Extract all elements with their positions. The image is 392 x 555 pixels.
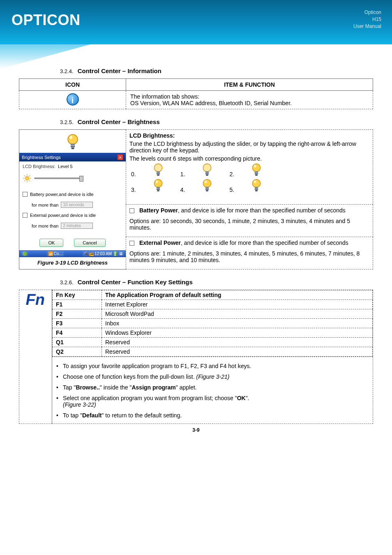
checkbox-icon — [129, 208, 134, 213]
table-row: Q1Reserved — [53, 338, 373, 347]
bullet-item: Tap "Browse.." inside the "Assign progra… — [55, 384, 369, 391]
info-col-icon: ICON — [19, 79, 126, 91]
battery-power-desc: Battery Power, and device is idle for mo… — [126, 204, 373, 237]
dialog-title: Brightness Settings — [22, 155, 61, 160]
lcd-brightness-label: LCD Brightness: — [23, 164, 55, 169]
lcd-desc: Tune the LCD brightness by adjusting the… — [129, 140, 369, 154]
fn-col-key: Fn Key — [53, 290, 102, 300]
brightness-screenshot-cell: Brightness Settings × LCD Brightness: Le… — [19, 130, 126, 269]
fnkey-table: Fn Key The Application Program of defaul… — [52, 290, 373, 357]
fn-key: F4 — [53, 328, 102, 338]
bullet-item: Select one application program you want … — [55, 395, 369, 408]
fn-key: F1 — [53, 300, 102, 309]
taskbar: 🟢 📶 Co… 🔌📻 12:03 AM 🔋 🖥 — [19, 250, 126, 257]
bulb-level-row: 0. 1. 2. — [131, 163, 369, 177]
bulb-icon — [201, 163, 213, 177]
table-row: Q2Reserved — [53, 347, 373, 357]
bullet-item: To assign your favorite application prog… — [55, 363, 369, 369]
page-number: 3-9 — [19, 427, 373, 433]
bulb-icon — [251, 178, 262, 193]
section-heading-info: 3.2.4. Control Center – Information — [60, 67, 373, 74]
section-heading-fnkey: 3.2.6. Control Center – Function Key Set… — [60, 279, 373, 286]
fn-col-app: The Application Program of default setti… — [102, 290, 373, 300]
fn-key: Q1 — [53, 338, 102, 347]
level-label: 2. — [229, 171, 234, 177]
table-row: F1Internet Explorer — [53, 300, 373, 309]
external-time-select[interactable]: 2 minutes — [61, 223, 93, 229]
info-col-item: ITEM & FUNCTION — [126, 79, 373, 91]
fn-key: F2 — [53, 309, 102, 319]
brand-logo: OPTICON — [12, 12, 81, 29]
bulb-level-row: 3. 4. 5. — [131, 178, 369, 193]
heading-text: Control Center – Function Key Settings — [78, 279, 193, 286]
info-desc-line: The information tab shows: — [130, 93, 369, 100]
lcd-brightness-desc: LCD Brightness: Tune the LCD brightness … — [126, 130, 373, 205]
info-desc-cell: The information tab shows: OS Version, W… — [126, 91, 373, 109]
battery-idle-label: Battery power,and device is idle — [30, 192, 94, 197]
fn-icon: Fn — [25, 292, 46, 307]
figure-caption: Figure 3-19 LCD Brightness — [19, 257, 126, 269]
doc-meta: Opticon H15 User Manual — [353, 9, 381, 30]
info-desc-line: OS Version, WLAN MAC address, Bluetooth … — [130, 100, 369, 106]
heading-number: 3.2.5. — [60, 119, 74, 125]
table-row: F4Windows Explorer — [53, 328, 373, 338]
dialog-titlebar: Brightness Settings × — [19, 153, 126, 161]
info-icon-cell: i — [19, 91, 126, 109]
brightness-slider[interactable] — [34, 177, 83, 179]
fn-key: Q2 — [53, 347, 102, 357]
battery-checkbox[interactable] — [23, 192, 28, 197]
table-row: F2Microsoft WordPad — [53, 309, 373, 319]
heading-number: 3.2.6. — [60, 279, 74, 286]
info-table: ICON ITEM & FUNCTION i The information t… — [19, 78, 373, 109]
external-options: Options are: 1 minute, 2 minutes, 3 minu… — [129, 250, 369, 263]
doc-meta-line: H15 — [353, 16, 381, 23]
fn-key: F3 — [53, 319, 102, 328]
bulb-icon — [152, 163, 164, 177]
lcd-title: LCD Brightness: — [129, 132, 369, 139]
fnkey-content-cell: Fn Key The Application Program of defaul… — [52, 290, 373, 424]
cancel-button[interactable]: Cancel — [74, 239, 105, 247]
external-power-desc: External Power, and device is idle for m… — [126, 237, 373, 269]
checkbox-icon — [129, 241, 134, 246]
external-power-tail: , and device is idle for more than the s… — [181, 240, 348, 246]
taskbar-app[interactable]: 📶 Co… — [47, 251, 65, 256]
lcd-desc: The levels count 6 steps with correspond… — [129, 155, 369, 162]
heading-text: Control Center – Information — [78, 67, 161, 74]
heading-number: 3.2.4. — [60, 68, 74, 74]
fn-app: Internet Explorer — [102, 300, 373, 309]
brightness-table: Brightness Settings × LCD Brightness: Le… — [19, 129, 373, 269]
bulb-icon — [201, 178, 213, 193]
for-more-than-label: for more than — [32, 223, 58, 228]
bulb-icon — [152, 178, 164, 193]
bulb-icon — [66, 133, 80, 151]
page-header: OPTICON Opticon H15 User Manual — [0, 0, 392, 44]
battery-power-tail: , and device is idle for more than the s… — [178, 207, 346, 214]
taskbar-start-icon[interactable]: 🟢 — [21, 251, 28, 256]
bullet-item: Choose one of function keys from the pul… — [55, 373, 369, 380]
fn-icon-cell: Fn — [19, 290, 52, 424]
battery-time-select[interactable]: 10 seconds — [61, 202, 93, 208]
level-label: 4. — [180, 187, 185, 193]
bulb-icon — [251, 163, 262, 177]
doc-meta-line: Opticon — [353, 9, 381, 16]
fn-app: Microsoft WordPad — [102, 309, 373, 319]
fn-app: Reserved — [102, 347, 373, 357]
external-idle-label: External power,and device is idle — [30, 213, 96, 218]
doc-meta-line: User Manual — [353, 23, 381, 30]
external-checkbox[interactable] — [23, 213, 28, 218]
bullet-item: To tap "Default" to return to the defaul… — [55, 412, 369, 419]
level-label: 1. — [180, 171, 185, 177]
level-label: 0. — [131, 171, 136, 177]
fn-app: Inbox — [102, 319, 373, 328]
level-label: 3. — [131, 187, 136, 193]
close-icon[interactable]: × — [117, 154, 123, 160]
brightness-dialog-mock: Brightness Settings × LCD Brightness: Le… — [19, 133, 126, 269]
fn-app: Reserved — [102, 338, 373, 347]
taskbar-tray[interactable]: 🔌📻 12:03 AM 🔋 🖥 — [83, 251, 124, 256]
level-label: 5. — [229, 187, 234, 193]
ok-button[interactable]: OK — [39, 239, 63, 247]
information-icon: i — [67, 93, 79, 106]
sun-icon — [23, 174, 32, 183]
lcd-level-text: Level 5 — [58, 164, 72, 169]
table-row: F3Inbox — [53, 319, 373, 328]
